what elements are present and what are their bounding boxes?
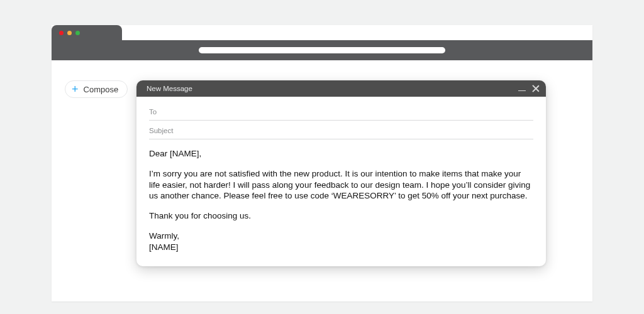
subject-label: Subject xyxy=(149,127,173,134)
compose-label: Compose xyxy=(84,85,119,94)
browser-tab[interactable] xyxy=(52,25,122,40)
email-signoff: Warmly, xyxy=(149,231,179,241)
new-message-body: To Subject Dear [NAME], I’m sorry you ar… xyxy=(136,97,546,262)
browser-tab-bar xyxy=(52,25,592,40)
minimize-icon[interactable] xyxy=(518,85,526,92)
browser-toolbar xyxy=(52,40,592,60)
browser-window: + Compose New Message To Subject Dear xyxy=(52,25,592,301)
window-close-icon[interactable] xyxy=(59,31,64,35)
email-paragraph-1: I’m sorry you are not satisfied with the… xyxy=(149,168,533,202)
url-bar[interactable] xyxy=(199,47,445,53)
to-label: To xyxy=(149,108,157,116)
new-message-window: New Message To Subject Dear [NAME], I’m … xyxy=(136,80,546,266)
to-field-row[interactable]: To xyxy=(149,102,533,121)
window-minimize-icon[interactable] xyxy=(67,31,72,35)
new-message-header-actions xyxy=(518,85,540,92)
email-paragraph-2: Thank you for choosing us. xyxy=(149,210,533,222)
email-body[interactable]: Dear [NAME], I’m sorry you are not satis… xyxy=(149,139,533,253)
browser-content: + Compose New Message To Subject Dear xyxy=(52,60,592,301)
plus-icon: + xyxy=(72,84,79,95)
subject-field-row[interactable]: Subject xyxy=(149,121,533,139)
new-message-title: New Message xyxy=(147,85,192,92)
compose-button[interactable]: + Compose xyxy=(65,80,128,98)
window-zoom-icon[interactable] xyxy=(75,31,80,35)
close-icon[interactable] xyxy=(532,85,540,92)
new-message-header[interactable]: New Message xyxy=(136,80,546,97)
email-signature: [NAME] xyxy=(149,242,179,252)
email-greeting: Dear [NAME], xyxy=(149,148,533,160)
